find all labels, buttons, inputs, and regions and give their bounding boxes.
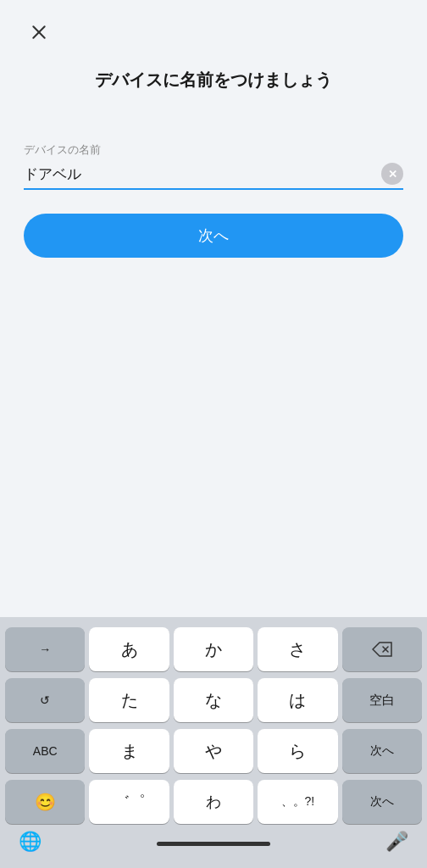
key-space[interactable]: 空白 — [342, 678, 422, 722]
keyboard-bottom-row: 🌐 🎤 — [5, 824, 422, 863]
keyboard-row-3: ABC ま や ら 次へ — [5, 729, 422, 773]
key-a[interactable]: あ — [89, 627, 169, 671]
key-ha[interactable]: は — [258, 678, 337, 722]
keyboard-row-2: ↺ た な は 空白 — [5, 678, 422, 722]
next-button[interactable]: 次へ — [24, 214, 403, 258]
key-ta[interactable]: た — [89, 678, 169, 722]
key-ka[interactable]: か — [174, 627, 253, 671]
input-label: デバイスの名前 — [24, 142, 403, 158]
key-wa[interactable]: わ — [174, 780, 253, 824]
key-na[interactable]: な — [174, 678, 253, 722]
key-ra[interactable]: ら — [258, 729, 337, 773]
input-wrapper: ✕ — [24, 163, 403, 190]
key-ya[interactable]: や — [174, 729, 253, 773]
clear-icon: ✕ — [388, 169, 397, 180]
key-abc[interactable]: ABC — [5, 729, 85, 773]
mic-icon[interactable]: 🎤 — [385, 831, 408, 853]
page-title: デバイスに名前をつけましょう — [24, 68, 403, 92]
home-indicator — [157, 842, 270, 846]
key-ma[interactable]: ま — [89, 729, 169, 773]
close-icon — [30, 24, 47, 41]
device-name-input[interactable] — [24, 165, 381, 182]
backspace-icon — [372, 642, 392, 657]
key-punctuation[interactable]: 、。?! — [258, 780, 337, 824]
key-arrow[interactable]: → — [5, 627, 85, 671]
globe-icon[interactable]: 🌐 — [19, 831, 42, 853]
key-small-tsu[interactable]: ゛゜ — [89, 780, 169, 824]
key-sa[interactable]: さ — [258, 627, 337, 671]
keyboard-row-1: → あ か さ — [5, 627, 422, 671]
key-next-jp-2[interactable]: 次へ — [342, 780, 422, 824]
input-section: デバイスの名前 ✕ — [24, 142, 403, 190]
close-button[interactable] — [24, 17, 54, 47]
keyboard-area: → あ か さ ↺ た な は 空白 ABC ま や ら — [0, 617, 427, 868]
keyboard-rows: → あ か さ ↺ た な は 空白 ABC ま や ら — [5, 627, 422, 824]
key-backspace[interactable] — [342, 627, 422, 671]
keyboard-row-4: 😊 ゛゜ わ 、。?! 次へ — [5, 780, 422, 824]
key-next-jp[interactable]: 次へ — [342, 729, 422, 773]
clear-input-button[interactable]: ✕ — [381, 163, 403, 185]
key-emoji[interactable]: 😊 — [5, 780, 85, 824]
key-undo[interactable]: ↺ — [5, 678, 85, 722]
content-area: デバイスに名前をつけましょう デバイスの名前 ✕ 次へ — [0, 0, 427, 500]
